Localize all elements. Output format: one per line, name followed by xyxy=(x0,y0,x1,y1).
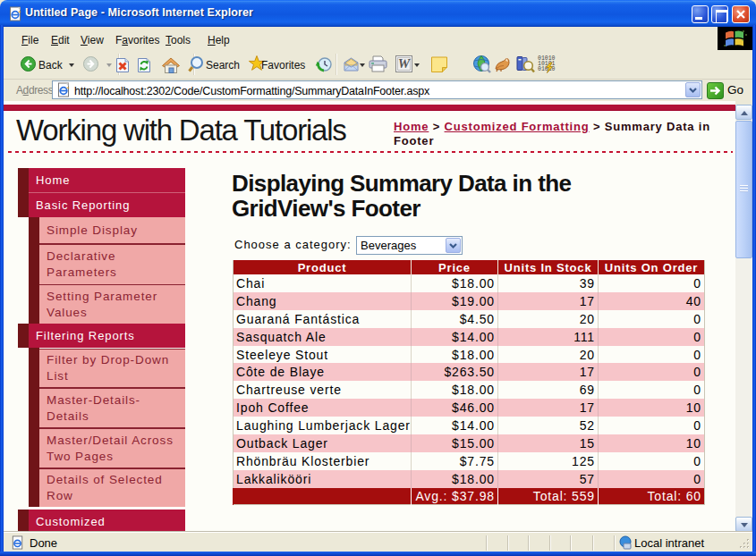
svg-text:W: W xyxy=(398,56,412,71)
